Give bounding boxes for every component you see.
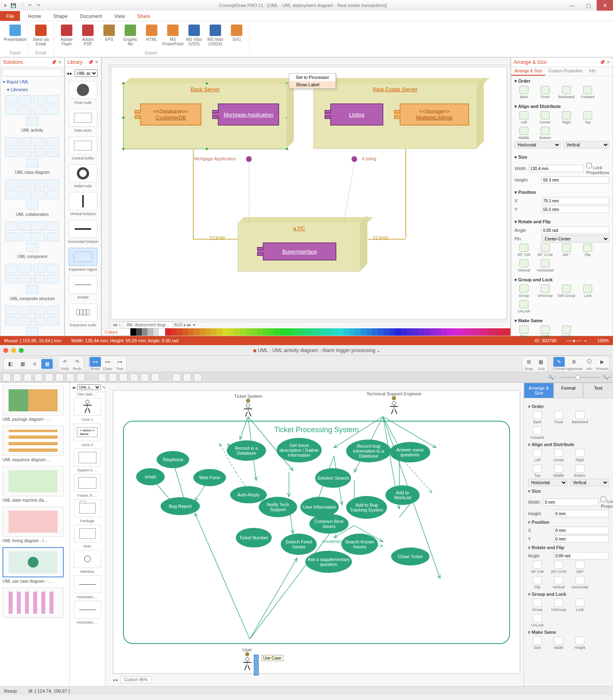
width-input[interactable] bbox=[529, 165, 584, 172]
color-swatch[interactable] bbox=[234, 328, 240, 336]
tab-file[interactable]: File bbox=[0, 11, 20, 21]
grid-toggle[interactable]: ▦Grid bbox=[535, 357, 547, 371]
same-size[interactable]: Size bbox=[528, 637, 547, 650]
export-flash[interactable]: Adobe Flash bbox=[57, 23, 76, 50]
undo-icon[interactable]: ↶ bbox=[26, 2, 34, 9]
ctx-set-processor[interactable]: Set to Processor bbox=[289, 74, 336, 81]
order-backward[interactable]: Backward bbox=[570, 411, 589, 424]
unlock-btn[interactable]: UnLock bbox=[528, 614, 547, 627]
comp-mortgage-application[interactable]: Mortgage Application bbox=[218, 103, 279, 126]
zoom-out-icon[interactable]: 🔍− bbox=[548, 375, 556, 380]
solution-item[interactable]: UML collaboration bbox=[0, 212, 64, 217]
color-swatch[interactable] bbox=[246, 328, 251, 336]
angle-input[interactable] bbox=[541, 227, 609, 234]
uc-solution-search[interactable]: Solution Search bbox=[315, 468, 351, 488]
color-swatch[interactable] bbox=[372, 328, 378, 336]
color-swatch[interactable] bbox=[343, 328, 349, 336]
color-swatch[interactable] bbox=[476, 328, 482, 336]
uc-get-issue[interactable]: Get Issue description / Gather informati… bbox=[277, 438, 322, 462]
new-icon[interactable]: 📄 bbox=[18, 2, 25, 9]
node-pc[interactable]: a PC BuyerInterface bbox=[238, 222, 360, 271]
distribute-v[interactable]: Vertical bbox=[570, 479, 609, 486]
color-swatch[interactable] bbox=[505, 328, 510, 336]
nav-icon[interactable]: ◂▸ bbox=[72, 385, 76, 390]
color-swatch[interactable] bbox=[286, 328, 292, 336]
nav-next[interactable]: ▸ bbox=[70, 71, 72, 76]
rotate-cw[interactable]: 90º CW bbox=[528, 561, 547, 574]
color-swatch[interactable] bbox=[194, 328, 199, 336]
lib-package[interactable] bbox=[74, 499, 101, 517]
order-back[interactable]: Back bbox=[515, 86, 533, 99]
uc-webform[interactable]: Web Form bbox=[193, 469, 226, 486]
color-swatch[interactable] bbox=[441, 328, 447, 336]
color-swatch[interactable] bbox=[315, 328, 320, 336]
flip[interactable]: Flip bbox=[578, 244, 597, 257]
same-width[interactable]: Width bbox=[536, 325, 555, 339]
color-swatch[interactable] bbox=[274, 328, 280, 336]
flip-horizontal[interactable]: Horizontal bbox=[570, 576, 589, 589]
color-swatch[interactable] bbox=[378, 328, 384, 336]
color-swatch[interactable] bbox=[447, 328, 453, 336]
lib-actor1[interactable] bbox=[74, 398, 101, 416]
order-back[interactable]: Back bbox=[528, 411, 547, 424]
lib-vfork[interactable] bbox=[69, 192, 97, 210]
uc-search-known[interactable]: Search Known Issues bbox=[341, 534, 378, 555]
export-eps[interactable]: EPS bbox=[100, 23, 119, 50]
drawing-page[interactable]: Set to Processor Show Label Bank Server … bbox=[111, 67, 507, 319]
height-input[interactable] bbox=[541, 176, 609, 184]
color-swatch[interactable] bbox=[148, 328, 153, 336]
zoom-button[interactable] bbox=[19, 348, 24, 353]
tab-info[interactable]: Info bbox=[586, 67, 599, 76]
distribute-h[interactable]: Horizontal bbox=[528, 479, 567, 486]
export-pdf[interactable]: Adobe PDF bbox=[78, 23, 97, 50]
solutions-search[interactable] bbox=[2, 69, 63, 76]
color-swatch[interactable] bbox=[436, 328, 441, 336]
align-left[interactable]: Left bbox=[515, 111, 533, 124]
present-button[interactable]: ▶Present bbox=[596, 357, 609, 371]
color-swatch[interactable] bbox=[499, 328, 505, 336]
snap-toggle[interactable]: ⊞Snap bbox=[523, 357, 535, 371]
canvas[interactable]: Set to Processor Show Label Bank Server … bbox=[101, 57, 511, 336]
tree-connector[interactable]: ⊶Tree bbox=[114, 357, 125, 371]
color-swatch[interactable] bbox=[464, 328, 470, 336]
uc-close-ticket[interactable]: Close Ticket bbox=[391, 547, 430, 565]
undo-button[interactable]: ↶Undo bbox=[59, 357, 71, 371]
uc-record-db[interactable]: Record in a Database bbox=[227, 440, 266, 461]
page-tab[interactable]: JML deployment diagr… bbox=[123, 321, 173, 328]
send-email-button[interactable]: Send via Email bbox=[31, 23, 50, 50]
angle-input[interactable] bbox=[554, 552, 609, 559]
same-width[interactable]: Width bbox=[549, 637, 568, 650]
tab-arrange-size[interactable]: Arrange & Size bbox=[524, 383, 554, 398]
select-tool[interactable] bbox=[2, 373, 11, 381]
align-center[interactable]: Center bbox=[536, 111, 555, 124]
zoom-fit[interactable] bbox=[183, 373, 191, 381]
zoom-display[interactable]: Custom 95% bbox=[121, 676, 151, 683]
color-swatch[interactable] bbox=[303, 328, 309, 336]
color-swatch[interactable] bbox=[263, 328, 268, 336]
lib-interface[interactable] bbox=[74, 550, 101, 568]
color-swatch[interactable] bbox=[309, 328, 315, 336]
uc-add-wishlist[interactable]: Add to WishList bbox=[385, 485, 420, 505]
page-tabs[interactable]: ◂ ▸Custom 95% bbox=[113, 675, 520, 684]
tab-share[interactable]: Share bbox=[131, 11, 157, 21]
solution-thumb[interactable] bbox=[2, 466, 64, 496]
comp-buyerinterface[interactable]: BuyerInterface bbox=[263, 242, 336, 260]
color-swatch[interactable] bbox=[257, 328, 263, 336]
solution-item[interactable]: UML composite structure bbox=[0, 296, 64, 301]
color-swatch[interactable] bbox=[199, 328, 205, 336]
group-btn[interactable]: Group bbox=[528, 599, 547, 612]
flip-vertical[interactable]: Vertical bbox=[549, 576, 568, 589]
y-input[interactable] bbox=[541, 206, 609, 213]
distribute-h[interactable]: Horizontal bbox=[515, 141, 561, 148]
uc-autoreply[interactable]: Auto-Reply bbox=[230, 486, 267, 503]
color-swatch[interactable] bbox=[182, 328, 188, 336]
pages-toggle[interactable]: ▦ bbox=[17, 359, 28, 369]
color-swatch[interactable] bbox=[292, 328, 298, 336]
color-swatch[interactable] bbox=[142, 328, 148, 336]
rotate-180[interactable]: 180 ° bbox=[557, 244, 576, 257]
x-input[interactable] bbox=[554, 527, 609, 534]
port-imortgage[interactable] bbox=[246, 156, 252, 162]
color-swatch[interactable] bbox=[430, 328, 436, 336]
lib-initial-node[interactable] bbox=[69, 164, 97, 182]
solution-item[interactable]: UML component bbox=[0, 254, 64, 259]
